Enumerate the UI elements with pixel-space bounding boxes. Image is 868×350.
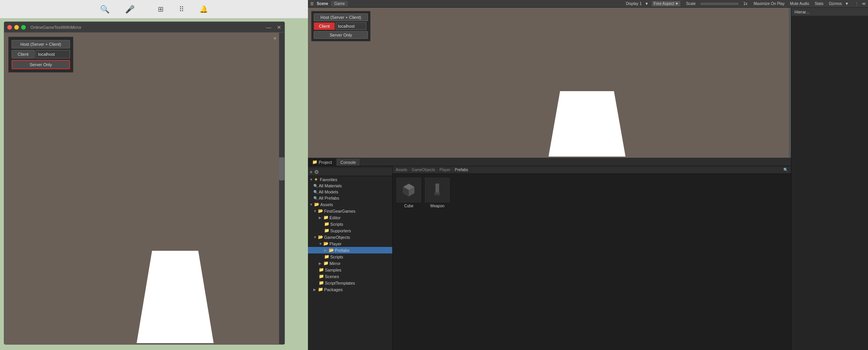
window-close-button[interactable] xyxy=(7,25,12,30)
display-label: Display 1 xyxy=(626,2,642,6)
left-white-shape xyxy=(98,228,252,343)
right-client-button[interactable]: Client xyxy=(314,22,335,30)
assets-arrow: ▼ xyxy=(309,203,313,207)
aspect-dropdown[interactable]: Free Aspect ▼ xyxy=(652,1,681,7)
scale-value: 1x xyxy=(743,2,748,6)
tree-favorites-header[interactable]: ▼ ★ Favorites xyxy=(308,176,392,183)
hamburger-icon[interactable]: ☰ xyxy=(310,2,314,6)
viewport-plus-icon[interactable]: + xyxy=(273,35,277,42)
unity-left-window: OnlineGameTestWithMirror — ✕ Host (Serve… xyxy=(4,22,285,345)
tree-scripts-2[interactable]: 📁 Scripts xyxy=(308,253,392,260)
breadcrumb-gameobjects[interactable]: GameObjects xyxy=(411,168,435,172)
tree-scenes[interactable]: 📁 Scenes xyxy=(308,273,392,280)
search-icon[interactable]: 🔍 xyxy=(100,5,110,14)
scene-tab-label: Scene xyxy=(317,2,328,6)
asset-weapon[interactable]: Weapon xyxy=(425,178,450,208)
project-toolbar: + ⚙ xyxy=(308,168,392,176)
weapon-thumbnail xyxy=(425,178,450,202)
left-area: 🔍 🎤 ⊞ ⠿ 🔔 OnlineGameTestWithMirror — ✕ H… xyxy=(0,0,308,350)
center-panel: Host (Server + Client) Client Server Onl… xyxy=(308,8,791,350)
cube-thumbnail xyxy=(396,178,421,202)
tree-scripts[interactable]: 📁 Scripts xyxy=(308,221,392,227)
weapon-icon xyxy=(428,181,447,199)
display-dropdown-icon[interactable]: ▼ xyxy=(645,2,649,6)
bell-icon[interactable]: 🔔 xyxy=(199,5,208,13)
tree-scripttemplates[interactable]: 📁 ScriptTemplates xyxy=(308,280,392,286)
left-scrollbar[interactable] xyxy=(279,33,284,344)
svg-rect-6 xyxy=(436,184,439,193)
project-tree-panel: + ⚙ ▼ ★ Favorites 🔍 All Materials xyxy=(308,166,393,350)
tree-assets-header[interactable]: ▼ 📂 Assets xyxy=(308,201,392,208)
right-white-shape xyxy=(518,80,656,157)
aspect-label: Free Aspect xyxy=(654,2,674,6)
mic-icon[interactable]: 🎤 xyxy=(125,5,135,14)
new-tab-icon[interactable]: ⊞ xyxy=(158,5,164,13)
asset-search-icon[interactable]: 🔍 xyxy=(783,168,788,172)
svg-rect-8 xyxy=(434,194,440,195)
gizmos-btn[interactable]: Gizmos xyxy=(829,2,842,6)
tree-all-prefabs[interactable]: 🔍 All Prefabs xyxy=(308,195,392,201)
project-tab-icon: 📁 xyxy=(312,160,318,165)
favorites-star-icon: ★ xyxy=(314,177,318,182)
left-scrollbar-thumb[interactable] xyxy=(279,157,284,180)
right-network-panel: Host (Server + Client) Client Server Onl… xyxy=(311,11,371,42)
editor-menu-icon[interactable]: ⋮ xyxy=(855,2,859,6)
window-menu-icon[interactable]: — xyxy=(266,24,271,30)
asset-breadcrumb: Assets › GameObjects › Player › Prefabs … xyxy=(393,166,791,174)
tree-editor[interactable]: ▶ 📁 Editor xyxy=(308,214,392,221)
tree-packages[interactable]: ▶ 📁 Packages xyxy=(308,286,392,293)
bottom-tabs-bar: 📁 Project Console xyxy=(308,158,791,166)
game-viewport: Host (Server + Client) Client Server Onl… xyxy=(308,8,791,158)
window-maximize-button[interactable] xyxy=(21,25,26,30)
gizmos-chevron[interactable]: ▼ xyxy=(845,2,849,6)
mute-audio-btn[interactable]: Mute Audio xyxy=(790,2,809,6)
tree-firstgeargames[interactable]: ▼ 📂 FirstGearGames xyxy=(308,208,392,214)
breadcrumb-player[interactable]: Player xyxy=(440,168,450,172)
breadcrumb-assets[interactable]: Assets xyxy=(396,168,407,172)
unity-editor: ☰ Scene Game Display 1 ▼ Free Aspect ▼ S… xyxy=(308,0,868,350)
project-plus-button[interactable]: + xyxy=(309,169,313,175)
scale-slider[interactable] xyxy=(700,3,739,5)
game-tab-label[interactable]: Game xyxy=(331,1,348,7)
left-client-button[interactable]: Client xyxy=(12,50,35,58)
right-host-button[interactable]: Host (Server + Client) xyxy=(314,13,368,21)
stats-btn[interactable]: Stats xyxy=(814,2,823,6)
tree-all-models[interactable]: 🔍 All Models xyxy=(308,189,392,195)
tree-prefabs[interactable]: ▶ 📂 Prefabs xyxy=(308,247,392,253)
aspect-chevron: ▼ xyxy=(675,2,679,6)
tree-player[interactable]: ▼ 📂 Player xyxy=(308,240,392,247)
right-server-only-button[interactable]: Server Only xyxy=(314,31,368,39)
search-models-icon: 🔍 xyxy=(313,190,318,194)
breadcrumb-prefabs[interactable]: Prefabs xyxy=(455,168,468,172)
project-settings-button[interactable]: ⚙ xyxy=(314,169,319,175)
asset-grid: Cube xyxy=(393,174,791,350)
window-minimize-button[interactable] xyxy=(14,25,19,30)
resize-handle[interactable] xyxy=(789,8,791,158)
bottom-content-area: + ⚙ ▼ ★ Favorites 🔍 All Materials xyxy=(308,166,791,350)
tab-console[interactable]: Console xyxy=(336,158,360,166)
right-host-input[interactable] xyxy=(336,22,366,30)
tree-all-materials[interactable]: 🔍 All Materials xyxy=(308,183,392,189)
left-host-input[interactable] xyxy=(35,50,70,58)
tree-gameobjects[interactable]: ▼ 📂 GameObjects xyxy=(308,234,392,240)
tree-samples[interactable]: 📁 Samples xyxy=(308,267,392,273)
asset-cube[interactable]: Cube xyxy=(396,178,421,208)
left-game-viewport: Host (Server + Client) Client Server Onl… xyxy=(4,33,284,344)
favorites-arrow: ▼ xyxy=(309,178,313,182)
window-title: OnlineGameTestWithMirror xyxy=(30,25,82,30)
tab-project[interactable]: 📁 Project xyxy=(308,158,336,166)
editor-collapse-icon[interactable]: ≪ xyxy=(862,2,866,6)
left-host-button[interactable]: Host (Server + Client) xyxy=(12,40,70,48)
bottom-panel: 📁 Project Console + ⚙ xyxy=(308,158,791,350)
window-close-icon[interactable]: ✕ xyxy=(277,24,281,30)
tree-supporters[interactable]: 📁 Supporters xyxy=(308,227,392,234)
maximize-on-play-btn[interactable]: Maximize On Play xyxy=(754,2,785,6)
grid-icon[interactable]: ⠿ xyxy=(179,5,184,13)
left-server-only-button[interactable]: Server Only xyxy=(12,60,70,69)
macos-right-icons: ⊞ ⠿ 🔔 xyxy=(158,5,208,13)
svg-marker-1 xyxy=(549,91,625,157)
scale-label: Scale xyxy=(686,2,696,6)
cube-label: Cube xyxy=(404,204,413,208)
tree-mirror[interactable]: ▶ 📁 Mirror xyxy=(308,260,392,267)
window-titlebar: OnlineGameTestWithMirror — ✕ xyxy=(4,22,284,33)
